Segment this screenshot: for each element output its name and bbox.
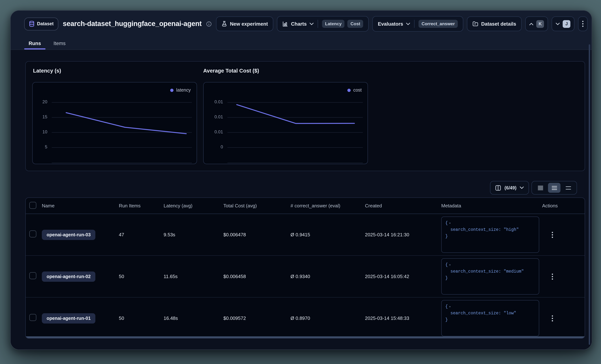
app-header: Dataset search-dataset_huggingface_opena… xyxy=(11,11,592,50)
evaluators-badge-correct-answer[interactable]: Correct_answer xyxy=(419,20,458,28)
row-height-toggle xyxy=(531,181,577,195)
table-header-row: Name Run Items Latency (avg) Total Cost … xyxy=(26,198,585,214)
total-cost-cell: $0.009572 xyxy=(223,316,290,321)
y-axis-tick: 15 xyxy=(33,114,47,119)
tab-items[interactable]: Items xyxy=(49,37,70,49)
latency-cell: 11.65s xyxy=(164,274,223,279)
divider xyxy=(414,20,414,28)
cost-plot-area xyxy=(227,82,363,164)
correct-answer-cell: Ø 0.9340 xyxy=(290,274,365,279)
table-row[interactable]: openai-agent-run-03 47 9.53s $0.006478 Ø… xyxy=(26,214,585,256)
columns-count-label: (6/49) xyxy=(504,185,516,190)
table-row[interactable]: openai-agent-run-02 50 11.65s $0.006458 … xyxy=(26,256,585,297)
collapse-chevron-icon[interactable]: ▾ xyxy=(449,222,451,225)
run-name-badge[interactable]: openai-agent-run-02 xyxy=(42,271,95,282)
new-experiment-label: New experiment xyxy=(230,21,268,27)
latency-chart: latency 2015105 xyxy=(32,82,197,164)
dataset-details-label: Dataset details xyxy=(481,21,516,27)
info-icon[interactable] xyxy=(206,21,212,27)
metadata-json-viewer[interactable]: {▾ search_context_size: "low" } xyxy=(441,300,539,336)
new-experiment-button[interactable]: New experiment xyxy=(216,17,273,31)
run-name-badge[interactable]: openai-agent-run-01 xyxy=(42,313,95,323)
latency-chart-title: Latency (s) xyxy=(33,68,61,74)
row-height-medium-option[interactable] xyxy=(548,183,561,193)
correct-answer-cell: Ø 0.8970 xyxy=(290,316,365,321)
column-header-correct-answer[interactable]: # correct_answer (eval) xyxy=(290,203,365,209)
column-header-run-items[interactable]: Run Items xyxy=(119,203,164,209)
y-axis-tick: 0 xyxy=(204,144,223,150)
column-header-latency[interactable]: Latency (avg) xyxy=(164,203,223,209)
y-axis-tick: 0.01 xyxy=(204,99,223,104)
correct-answer-cell: Ø 0.9415 xyxy=(290,232,365,237)
run-items-cell: 47 xyxy=(119,232,164,237)
divider xyxy=(318,20,318,28)
charts-label: Charts xyxy=(291,21,307,27)
collapse-chevron-icon[interactable]: ▾ xyxy=(449,305,451,309)
y-axis-tick: 20 xyxy=(33,99,47,104)
row-height-compact-option[interactable] xyxy=(534,183,547,193)
y-axis-tick: 10 xyxy=(33,129,47,134)
row-actions-button[interactable] xyxy=(547,271,558,282)
column-header-created[interactable]: Created xyxy=(365,203,441,209)
row-checkbox[interactable] xyxy=(29,314,36,321)
evaluators-dropdown[interactable]: Evaluators Correct_answer xyxy=(372,16,463,31)
columns-icon xyxy=(495,185,501,191)
folder-icon xyxy=(472,21,478,26)
metadata-json-viewer[interactable]: {▾ search_context_size: "medium" } xyxy=(441,258,539,295)
dataset-badge-label: Dataset xyxy=(37,21,54,26)
column-visibility-button[interactable]: (6/49) xyxy=(490,181,529,195)
header-more-button[interactable] xyxy=(578,17,588,31)
y-axis-tick: 5 xyxy=(33,144,47,150)
table-controls: (6/49) xyxy=(490,181,577,195)
row-actions-button[interactable] xyxy=(547,313,558,324)
column-header-total-cost[interactable]: Total Cost (avg) xyxy=(223,203,290,209)
row-checkbox[interactable] xyxy=(29,230,36,237)
run-name-badge[interactable]: openai-agent-run-03 xyxy=(42,230,95,240)
cost-chart-title: Average Total Cost ($) xyxy=(203,68,259,74)
latency-plot-area xyxy=(52,82,192,164)
chevron-up-icon xyxy=(529,22,533,25)
metadata-json-viewer[interactable]: {▾ search_context_size: "high" } xyxy=(441,217,539,253)
created-cell: 2025-03-14 16:21:30 xyxy=(365,232,441,237)
app-window: Dataset search-dataset_huggingface_opena… xyxy=(10,10,592,350)
bar-chart-icon xyxy=(283,21,288,27)
table-body: openai-agent-run-03 47 9.53s $0.006478 Ø… xyxy=(26,214,585,338)
charts-dropdown[interactable]: Charts Latency Cost xyxy=(277,16,369,31)
charts-panel: Latency (s) latency 2015105 Average Tota… xyxy=(25,61,585,171)
y-axis-tick: 0.01 xyxy=(204,114,223,119)
row-height-tall-option[interactable] xyxy=(562,183,574,193)
tab-runs[interactable]: Runs xyxy=(24,37,45,49)
run-items-cell: 50 xyxy=(119,274,164,279)
latency-cell: 9.53s xyxy=(164,232,223,237)
prev-run-button[interactable]: K xyxy=(525,17,548,31)
column-header-metadata[interactable]: Metadata xyxy=(441,203,542,209)
desktop-background: Dataset search-dataset_huggingface_opena… xyxy=(0,0,601,364)
next-run-button[interactable]: J xyxy=(552,17,574,31)
flask-icon xyxy=(221,21,227,27)
charts-badge-latency[interactable]: Latency xyxy=(322,20,345,28)
shortcut-key-j: J xyxy=(563,20,570,28)
select-all-checkbox[interactable] xyxy=(29,202,36,209)
row-actions-button[interactable] xyxy=(547,229,558,240)
dataset-details-button[interactable]: Dataset details xyxy=(467,17,522,31)
runs-table: Name Run Items Latency (avg) Total Cost … xyxy=(25,198,585,338)
y-axis-tick: 0.01 xyxy=(204,129,223,134)
total-cost-cell: $0.006478 xyxy=(223,232,290,237)
header-actions: New experiment Charts xyxy=(216,16,588,31)
column-header-actions: Actions xyxy=(542,203,585,209)
charts-badge-cost[interactable]: Cost xyxy=(348,20,363,28)
column-header-name[interactable]: Name xyxy=(42,203,119,209)
run-items-cell: 50 xyxy=(119,316,164,321)
database-icon xyxy=(29,21,34,27)
chevron-down-icon xyxy=(556,22,560,25)
row-checkbox[interactable] xyxy=(29,272,36,279)
chevron-down-icon xyxy=(520,186,524,189)
cost-chart: cost 0.010.010.010 xyxy=(203,82,368,164)
table-row[interactable]: openai-agent-run-01 50 16.48s $0.009572 … xyxy=(26,297,585,338)
evaluators-label: Evaluators xyxy=(378,21,403,27)
vertical-scrollbar[interactable] xyxy=(589,44,590,345)
collapse-chevron-icon[interactable]: ▾ xyxy=(449,263,451,267)
created-cell: 2025-03-14 16:05:42 xyxy=(365,274,441,279)
horizontal-scrollbar[interactable] xyxy=(26,336,585,338)
dataset-badge: Dataset xyxy=(24,17,58,30)
